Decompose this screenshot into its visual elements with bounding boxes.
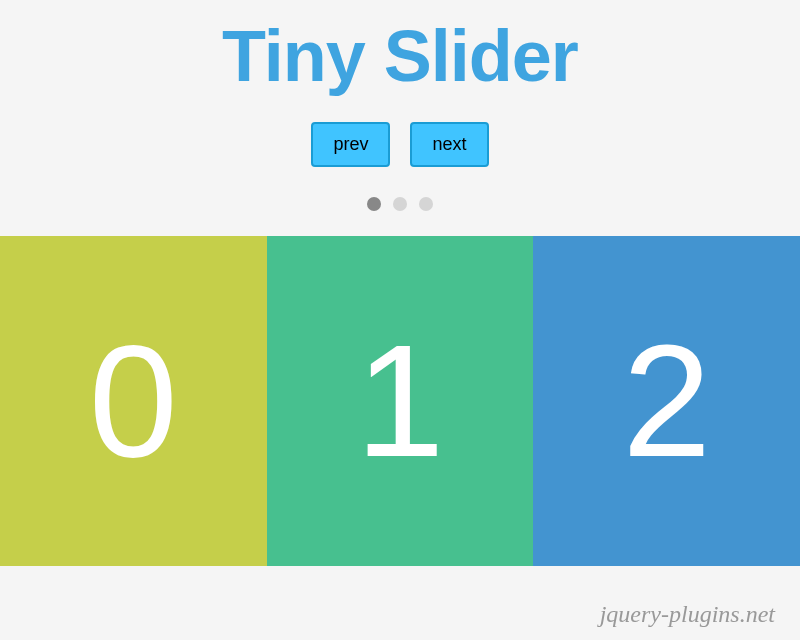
slide-2: 2 [533,236,800,566]
dot-1[interactable] [393,197,407,211]
slide-1: 1 [267,236,534,566]
dot-2[interactable] [419,197,433,211]
dot-0[interactable] [367,197,381,211]
prev-button[interactable]: prev [311,122,390,167]
nav-controls: prev next [0,122,800,167]
slide-0: 0 [0,236,267,566]
slider-track[interactable]: 0 1 2 [0,236,800,566]
pagination-dots [0,197,800,211]
footer-credit: jquery-plugins.net [600,601,775,628]
page-title: Tiny Slider [0,0,800,97]
next-button[interactable]: next [410,122,488,167]
